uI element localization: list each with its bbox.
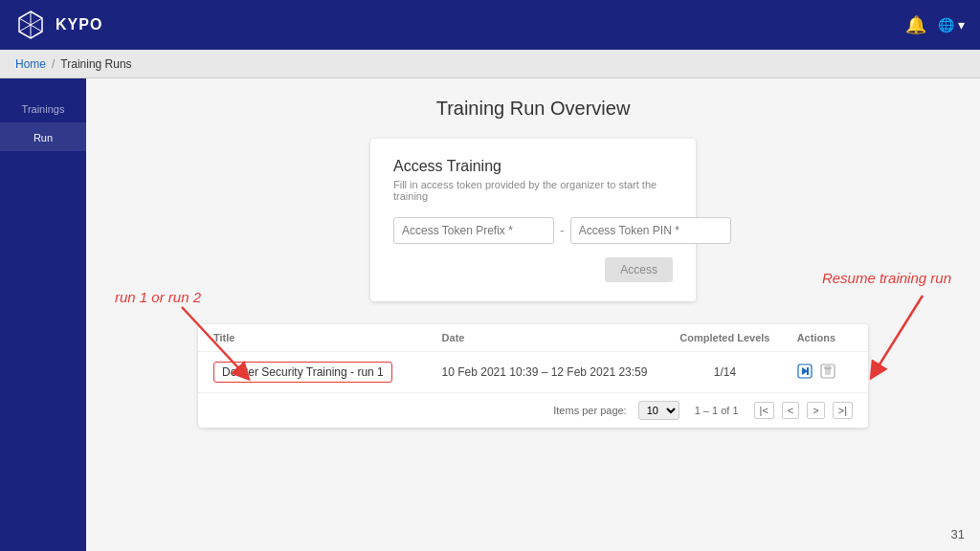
items-per-page-label: Items per page: [553, 405, 626, 416]
sidebar: Trainings Run [0, 78, 86, 551]
sidebar-run-label: Run [0, 132, 86, 143]
sidebar-item-trainings[interactable]: Trainings [0, 94, 86, 122]
access-token-prefix-input[interactable] [393, 217, 554, 244]
table-row: Docker Security Training - run 1 10 Feb … [198, 352, 868, 393]
page-title: Training Run Overview [124, 98, 942, 120]
table-header: Title Date Completed Levels Actions [198, 324, 868, 352]
run-annotation-text: run 1 or run 2 [115, 289, 201, 305]
token-separator: - [560, 223, 565, 238]
access-button[interactable]: Access [605, 257, 673, 282]
svg-line-10 [875, 296, 923, 372]
bell-icon[interactable]: 🔔 [905, 14, 926, 35]
row-date-cell: 10 Feb 2021 10:39 – 12 Feb 2021 23:59 [442, 365, 671, 379]
slide-number: 31 [951, 527, 965, 541]
main-layout: Trainings Run Training Run Overview Acce… [0, 78, 980, 551]
nav-right-actions: 🔔 🌐 ▾ [905, 14, 965, 35]
access-token-pin-input[interactable] [570, 217, 731, 244]
main-content: Training Run Overview Access Training Fi… [86, 78, 980, 551]
col-header-title: Title [213, 332, 442, 343]
resume-icon [797, 364, 813, 379]
row-title-cell: Docker Security Training - run 1 [213, 362, 442, 383]
run-annotation: run 1 or run 2 [115, 289, 201, 306]
resume-arrow-svg [865, 291, 942, 386]
col-header-date: Date [442, 332, 671, 343]
delete-run-button[interactable] [820, 364, 835, 382]
access-training-card: Access Training Fill in access token pro… [370, 139, 696, 301]
next-page-button[interactable]: > [807, 402, 824, 419]
delete-icon [820, 364, 835, 379]
globe-icon: 🌐 [938, 17, 954, 33]
col-header-actions: Actions [780, 332, 853, 343]
breadcrumb-home[interactable]: Home [15, 57, 46, 71]
token-input-row: - [393, 217, 673, 244]
items-per-page-select[interactable]: 10 25 50 [638, 401, 679, 420]
page-info: 1 – 1 of 1 [695, 405, 739, 416]
breadcrumb-separator: / [52, 57, 55, 71]
col-header-completed: Completed Levels [670, 332, 780, 343]
resume-run-button[interactable] [797, 364, 813, 382]
training-name: Docker Security Training - run 1 [213, 362, 392, 383]
user-chevron: ▾ [958, 17, 965, 33]
breadcrumb: Home / Training Runs [0, 50, 980, 78]
row-actions-cell [780, 364, 853, 382]
resume-annotation-text: Resume training run [822, 270, 951, 286]
pagination: Items per page: 10 25 50 1 – 1 of 1 |< <… [198, 393, 868, 428]
sidebar-item-run[interactable]: Run [0, 122, 86, 151]
sidebar-trainings-label: Trainings [0, 103, 86, 115]
breadcrumb-current: Training Runs [60, 57, 131, 71]
logo-text: KYPO [56, 16, 102, 33]
user-menu[interactable]: 🌐 ▾ [938, 17, 965, 33]
logo-area: KYPO [15, 10, 102, 40]
training-runs-table: Title Date Completed Levels Actions Dock… [198, 324, 868, 428]
access-card-title: Access Training [393, 158, 673, 175]
kypo-logo-icon [15, 10, 46, 40]
prev-page-button[interactable]: < [782, 402, 799, 419]
top-navbar: KYPO 🔔 🌐 ▾ [0, 0, 980, 50]
svg-rect-8 [825, 366, 831, 368]
access-card-description: Fill in access token provided by the org… [393, 179, 673, 202]
svg-rect-5 [807, 367, 809, 375]
row-completed-cell: 1/14 [670, 365, 780, 379]
first-page-button[interactable]: |< [754, 402, 774, 419]
last-page-button[interactable]: >| [833, 402, 853, 419]
resume-annotation: Resume training run [822, 270, 951, 287]
